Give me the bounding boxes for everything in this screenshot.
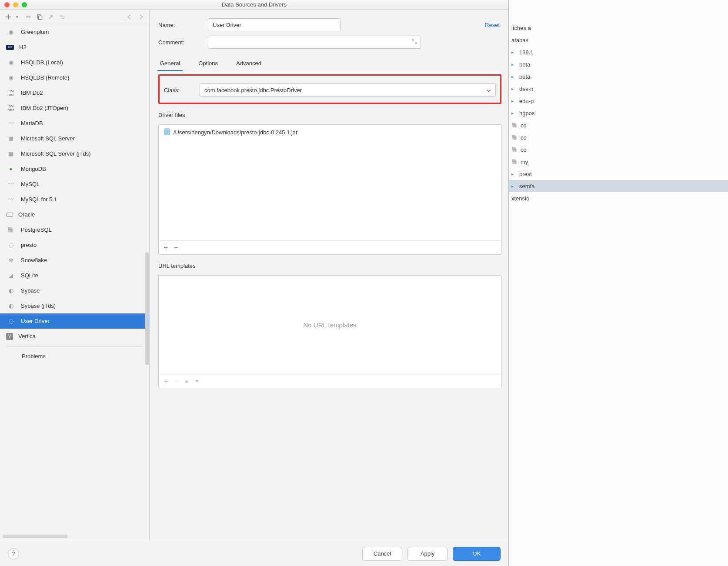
sidebar-item-label: HSQLDB (Remote) [21,74,69,81]
sidebar-item-label: MongoDB [21,166,46,172]
help-button[interactable]: ? [8,548,19,559]
driver-list[interactable]: ◉Greenplum H2H2 ◉HSQLDB (Local) ◉HSQLDB … [0,24,149,535]
driver-files-list[interactable]: /Users/dengyn/Downloads/presto-jdbc-0.24… [159,125,501,240]
mariadb-icon: 〰 [6,119,16,128]
sidebar-item-mysql51[interactable]: 〰MySQL for 5.1 [0,192,149,207]
sidebar-item-mongodb[interactable]: ●MongoDB [0,161,149,176]
class-label: Class: [164,87,192,93]
class-highlighted-section: Class: com.facebook.presto.jdbc.PrestoDr… [158,74,501,104]
add-file-button[interactable]: + [164,244,168,252]
class-value: com.facebook.presto.jdbc.PrestoDriver [204,87,302,93]
driver-file-row[interactable]: /Users/dengyn/Downloads/presto-jdbc-0.24… [159,125,501,140]
sidebar-item-presto[interactable]: ◌presto [0,237,149,253]
tab-options[interactable]: Options [197,57,220,71]
name-input[interactable]: User Driver [208,18,341,31]
dialog-button-bar: ? Cancel Apply OK [0,541,508,566]
sidebar-item-sybase-jtds[interactable]: ◐Sybase (jTds) [0,298,149,313]
sidebar-item-vertica[interactable]: VVertica [0,329,149,344]
sidebar-item-mssql[interactable]: ▦Microsoft SQL Server [0,131,149,146]
user-driver-icon: ◌ [6,316,16,326]
sidebar-item-ibm-db2-jtopen[interactable]: IBMDB2IBM Db2 (JTOpen) [0,100,149,116]
driver-file-path: /Users/dengyn/Downloads/presto-jdbc-0.24… [174,129,297,136]
mongodb-icon: ● [6,164,16,174]
expand-icon[interactable] [412,39,417,46]
comment-label: Comment: [158,39,200,46]
sidebar-item-ibm-db2[interactable]: IBMDB2IBM Db2 [0,85,149,100]
sidebar-item-label: User Driver [21,318,50,324]
horizontal-scrollbar[interactable] [3,535,68,538]
sidebar-item-label: MariaDB [21,120,43,127]
sidebar-item-label: MySQL for 5.1 [21,196,57,203]
sqlite-icon: ◢ [6,271,16,280]
background-editor-peek: itches a atabas ▸139.1 ▸beta- ▸beta- ▸de… [509,0,728,566]
sidebar-vertical-scrollbar[interactable] [145,252,149,365]
sidebar-item-label: PostgreSQL [21,226,52,233]
sidebar-item-label: Sybase (jTds) [21,303,56,309]
class-combobox[interactable]: com.facebook.presto.jdbc.PrestoDriver [200,83,496,97]
sidebar-item-label: H2 [19,44,27,50]
sidebar-item-label: Sybase [21,287,40,294]
add-template-button[interactable]: + [164,377,168,385]
url-templates-empty: No URL templates [159,276,501,374]
snowflake-icon: ✻ [6,256,16,265]
db2-icon: IBMDB2 [6,103,16,113]
sidebar-item-label: SQLite [21,272,38,279]
sidebar-item-label: Oracle [18,211,35,218]
comment-input[interactable] [208,36,421,49]
apply-button[interactable]: Apply [407,547,447,561]
sidebar-item-oracle[interactable]: Oracle [0,207,149,222]
wrench-icon [46,12,56,22]
sidebar-item-mariadb[interactable]: 〰MariaDB [0,116,149,131]
sybase-icon: ◐ [6,301,16,311]
dialog-title: Data Sources and Drivers [0,1,508,8]
titlebar: Data Sources and Drivers [0,0,508,10]
remove-file-button[interactable]: − [174,244,178,252]
copy-button[interactable] [35,12,44,22]
cancel-button[interactable]: Cancel [362,547,402,561]
sidebar-item-sybase[interactable]: ◐Sybase [0,283,149,298]
mysql-icon: 〰 [6,195,16,204]
remove-template-button[interactable]: − [174,377,178,385]
sybase-icon: ◐ [6,286,16,296]
sidebar-item-hsqldb-local[interactable]: ◉HSQLDB (Local) [0,55,149,70]
sidebar-item-greenplum[interactable]: ◉Greenplum [0,24,149,40]
add-button[interactable] [3,12,13,22]
sidebar-item-label: Snowflake [21,257,47,263]
sidebar-item-label: Microsoft SQL Server (jTds) [21,150,91,157]
jar-icon [164,128,170,137]
oracle-icon [6,213,13,217]
sidebar-item-mssql-jtds[interactable]: ▦Microsoft SQL Server (jTds) [0,146,149,161]
sidebar-item-label: IBM Db2 [21,90,43,96]
sidebar-item-sqlite[interactable]: ◢SQLite [0,268,149,283]
move-up-button[interactable] [184,378,189,384]
chevron-down-icon [487,87,491,93]
hsqldb-icon: ◉ [6,73,16,83]
presto-icon: ◌ [6,240,16,250]
sidebar-item-mysql[interactable]: 〰MySQL [0,176,149,192]
revert-icon [57,12,67,22]
driver-files-label: Driver files [158,112,501,118]
move-down-button[interactable] [195,378,199,384]
greenplum-icon: ◉ [6,27,16,37]
sidebar-item-h2[interactable]: H2H2 [0,40,149,55]
tab-general[interactable]: General [158,57,182,71]
sidebar-item-user-driver[interactable]: ◌User Driver [0,313,149,329]
hsqldb-icon: ◉ [6,58,16,67]
tab-advanced[interactable]: Advanced [234,57,263,71]
mysql-icon: 〰 [6,180,16,189]
url-templates-panel: No URL templates + − [158,275,501,388]
sidebar-toolbar: ▾ [0,10,149,24]
back-arrow-icon [125,12,134,22]
remove-button[interactable] [23,12,33,22]
sidebar-item-label: IBM Db2 (JTOpen) [21,105,68,111]
sidebar-item-label: MySQL [21,181,40,187]
mssql-icon: ▦ [6,134,16,143]
sidebar-item-postgresql[interactable]: 🐘PostgreSQL [0,222,149,237]
chevron-down-icon[interactable]: ▾ [12,12,22,22]
reset-link[interactable]: Reset [485,22,500,28]
sidebar-item-hsqldb-remote[interactable]: ◉HSQLDB (Remote) [0,70,149,85]
sidebar-item-snowflake[interactable]: ✻Snowflake [0,253,149,268]
svg-rect-1 [39,16,42,19]
problems-section[interactable]: Problems [0,350,149,366]
ok-button[interactable]: OK [453,547,501,561]
